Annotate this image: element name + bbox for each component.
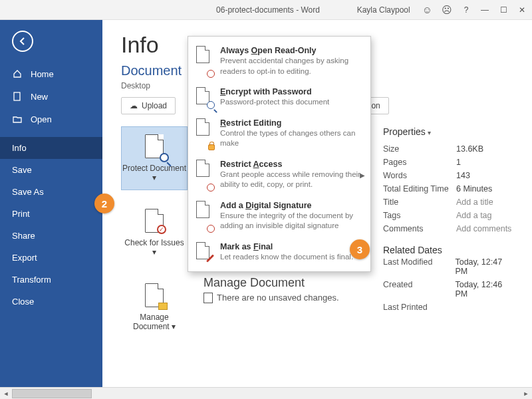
scroll-right-icon[interactable]: ► xyxy=(520,388,532,399)
sidebar-item-open[interactable]: Open xyxy=(0,108,102,130)
property-key: Size xyxy=(383,144,456,154)
sidebar-item-label: Save As xyxy=(12,187,44,197)
date-row: Last Printed xyxy=(383,301,516,314)
property-value: 1 xyxy=(456,158,461,167)
check-icon: ✓ xyxy=(157,225,166,234)
sidebar-item-save[interactable]: Save xyxy=(0,159,102,181)
close-icon[interactable]: ✕ xyxy=(517,5,527,15)
callout-2: 2 xyxy=(94,194,114,213)
arrow-left-icon xyxy=(17,36,28,47)
property-value[interactable]: Add a tag xyxy=(456,211,492,220)
date-value: Today, 12:46 PM xyxy=(455,280,516,299)
scroll-thumb[interactable] xyxy=(12,389,92,398)
protect-menu-item[interactable]: Always Open Read-Only Prevent accidental… xyxy=(188,41,370,82)
doc-title: 06-protect-documents - Word xyxy=(216,5,320,15)
menu-item-title: Restrict Access xyxy=(220,160,362,169)
date-row: Last ModifiedToday, 12:47 PM xyxy=(383,255,516,278)
sidebar-item-label: Export xyxy=(12,253,37,263)
magnify-icon xyxy=(160,153,169,162)
upload-button[interactable]: ☁ Upload xyxy=(121,97,176,114)
menu-item-icon xyxy=(196,118,213,149)
menu-item-title: Encrypt with Password xyxy=(220,87,329,96)
menu-item-title: Mark as Final xyxy=(220,242,353,251)
sidebar-item-label: Print xyxy=(12,209,30,219)
svg-rect-0 xyxy=(14,92,20,100)
manage-document-tile[interactable]: Manage Document ▾ xyxy=(121,275,188,339)
date-key: Created xyxy=(383,280,455,299)
manage-heading: Manage Document xyxy=(203,276,367,290)
property-value: 6 Minutes xyxy=(456,184,492,194)
sidebar-item-close[interactable]: Close xyxy=(0,291,102,313)
property-key: Tags xyxy=(383,211,456,220)
menu-item-icon xyxy=(196,201,213,231)
sidebar-item-share[interactable]: Share xyxy=(0,225,102,247)
scroll-left-icon[interactable]: ◄ xyxy=(0,388,12,399)
property-value[interactable]: Add comments xyxy=(456,224,511,233)
properties-heading[interactable]: Properties xyxy=(383,126,516,137)
minimize-icon[interactable]: — xyxy=(480,5,489,15)
help-icon[interactable]: ? xyxy=(462,5,471,15)
menu-item-desc: Let readers know the document is final. xyxy=(220,252,353,263)
menu-item-icon xyxy=(196,46,213,76)
menu-item-desc: Grant people access while removing their… xyxy=(220,170,362,190)
tile-label: Protect Document ▾ xyxy=(122,164,187,182)
sidebar-item-print[interactable]: Print xyxy=(0,203,102,225)
maximize-icon[interactable]: ☐ xyxy=(499,5,508,15)
date-key: Last Modified xyxy=(383,257,455,276)
property-row: Size13.6KB xyxy=(383,142,516,156)
property-key: Pages xyxy=(383,158,456,167)
menu-item-title: Add a Digital Signature xyxy=(220,201,362,210)
date-value: Today, 12:47 PM xyxy=(455,257,516,276)
backstage-sidebar: Home New Open Info Save Save As Print Sh… xyxy=(0,20,102,387)
protect-document-tile[interactable]: Protect Document ▾ xyxy=(121,126,188,190)
folder-icon xyxy=(158,303,168,310)
back-button[interactable] xyxy=(12,31,33,52)
sidebar-item-label: Open xyxy=(31,114,52,124)
property-row: CommentsAdd comments xyxy=(383,222,516,235)
sidebar-item-label: Save xyxy=(12,165,32,175)
feedback-happy-icon[interactable]: ☺ xyxy=(422,4,432,15)
date-key: Last Printed xyxy=(383,303,456,312)
sidebar-item-label: Transform xyxy=(12,275,51,285)
property-key: Comments xyxy=(383,224,456,233)
scroll-track[interactable] xyxy=(12,388,520,399)
property-value: 143 xyxy=(456,171,470,180)
menu-item-icon xyxy=(196,160,213,190)
menu-item-desc: Control the types of changes others can … xyxy=(220,128,362,149)
user-name: Kayla Claypool xyxy=(357,5,410,15)
property-row: Total Editing Time6 Minutes xyxy=(383,182,516,196)
upload-label: Upload xyxy=(142,101,167,110)
property-row: Words143 xyxy=(383,169,516,182)
protect-menu-item[interactable]: Mark as Final Let readers know the docum… xyxy=(188,237,370,268)
check-for-issues-tile[interactable]: ✓ Check for Issues ▾ xyxy=(121,201,188,265)
menu-item-desc: Prevent accidental changes by asking rea… xyxy=(220,56,362,76)
protect-menu-item[interactable]: Add a Digital Signature Ensure the integ… xyxy=(188,196,370,237)
sidebar-item-label: Home xyxy=(31,69,54,79)
sidebar-item-new[interactable]: New xyxy=(0,85,102,108)
upload-icon: ☁ xyxy=(130,101,138,110)
sidebar-item-label: Info xyxy=(12,143,27,153)
date-row: CreatedToday, 12:46 PM xyxy=(383,278,516,301)
open-icon xyxy=(12,114,23,124)
menu-item-icon xyxy=(196,87,213,108)
protect-menu-item[interactable]: Restrict Access Grant people access whil… xyxy=(188,154,370,196)
submenu-arrow-icon: ▶ xyxy=(360,171,365,178)
sidebar-item-save-as[interactable]: Save As xyxy=(0,181,102,203)
sidebar-item-export[interactable]: Export xyxy=(0,247,102,269)
horizontal-scrollbar[interactable]: ◄ ► xyxy=(0,387,532,399)
sidebar-item-label: Close xyxy=(12,297,34,307)
sidebar-item-label: New xyxy=(31,92,48,102)
sidebar-item-home[interactable]: Home xyxy=(0,63,102,85)
sidebar-item-info[interactable]: Info xyxy=(0,137,102,159)
protect-menu-item[interactable]: Restrict Editing Control the types of ch… xyxy=(188,113,370,154)
menu-item-icon xyxy=(196,242,213,263)
sidebar-item-transform[interactable]: Transform xyxy=(0,269,102,291)
document-icon xyxy=(203,293,213,303)
protect-menu-item[interactable]: Encrypt with Password Password-protect t… xyxy=(188,82,370,113)
property-value[interactable]: Add a title xyxy=(456,198,493,207)
menu-item-desc: Ensure the integrity of the document by … xyxy=(220,211,362,231)
new-icon xyxy=(12,91,23,102)
tile-label: Manage Document ▾ xyxy=(122,313,187,331)
feedback-sad-icon[interactable]: ☹ xyxy=(442,4,452,16)
property-key: Words xyxy=(383,171,456,180)
